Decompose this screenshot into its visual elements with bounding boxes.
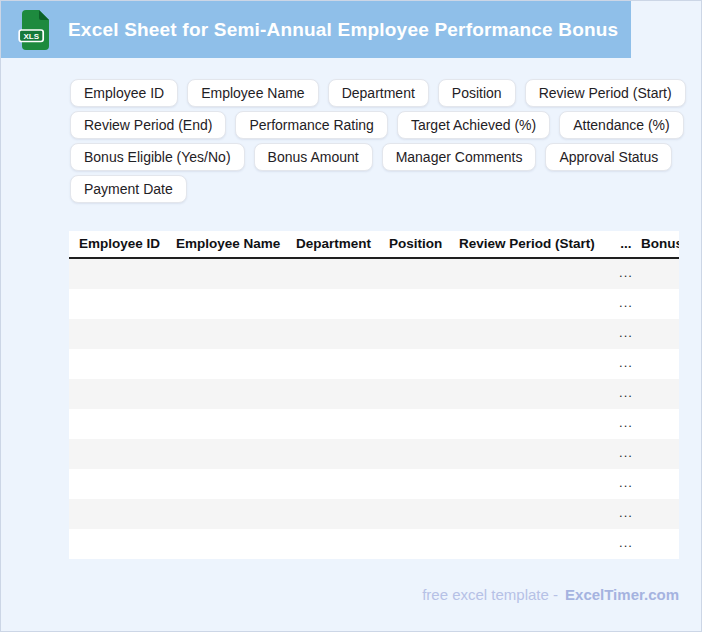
table-row: ... [69, 469, 679, 499]
preview-table: Employee ID Employee Name Department Pos… [69, 231, 679, 559]
hidden-columns-ellipsis: ... [614, 319, 638, 347]
hidden-columns-ellipsis: ... [614, 529, 638, 557]
chip-row: Bonus Eligible (Yes/No) Bonus Amount Man… [70, 143, 685, 171]
chip-manager-comments[interactable]: Manager Comments [382, 143, 537, 171]
chip-bonus-amount[interactable]: Bonus Amount [254, 143, 373, 171]
col-header-bonus-truncated: Bonus [641, 231, 679, 257]
col-header-ellipsis: ... [614, 231, 638, 257]
col-header-position: Position [389, 231, 442, 257]
table-body: .............................. [69, 259, 679, 559]
chip-attendance[interactable]: Attendance (%) [559, 111, 684, 139]
table-row: ... [69, 289, 679, 319]
table-header-row: Employee ID Employee Name Department Pos… [69, 231, 679, 259]
hidden-columns-ellipsis: ... [614, 259, 638, 287]
brand-link[interactable]: ExcelTimer.com [565, 586, 679, 603]
xls-file-icon: XLS [18, 9, 51, 51]
chip-review-period-start[interactable]: Review Period (Start) [525, 79, 686, 107]
hidden-columns-ellipsis: ... [614, 349, 638, 377]
chip-department[interactable]: Department [328, 79, 429, 107]
hidden-columns-ellipsis: ... [614, 289, 638, 317]
chip-row: Employee ID Employee Name Department Pos… [70, 79, 685, 107]
col-header-review-period-start: Review Period (Start) [459, 231, 595, 257]
col-header-department: Department [296, 231, 371, 257]
col-header-employee-name: Employee Name [176, 231, 280, 257]
hidden-columns-ellipsis: ... [614, 499, 638, 527]
table-row: ... [69, 259, 679, 289]
table-row: ... [69, 349, 679, 379]
hidden-columns-ellipsis: ... [614, 409, 638, 437]
table-row: ... [69, 439, 679, 469]
chip-row: Payment Date [70, 175, 685, 203]
chip-position[interactable]: Position [438, 79, 516, 107]
table-row: ... [69, 499, 679, 529]
column-chip-list: Employee ID Employee Name Department Pos… [70, 79, 685, 203]
page-title: Excel Sheet for Semi-Annual Employee Per… [68, 19, 618, 41]
page-header: XLS Excel Sheet for Semi-Annual Employee… [1, 1, 631, 58]
chip-payment-date[interactable]: Payment Date [70, 175, 187, 203]
table-row: ... [69, 319, 679, 349]
chip-employee-id[interactable]: Employee ID [70, 79, 178, 107]
chip-review-period-end[interactable]: Review Period (End) [70, 111, 226, 139]
table-row: ... [69, 379, 679, 409]
hidden-columns-ellipsis: ... [614, 469, 638, 497]
page-footer: free excel template -ExcelTimer.com [69, 586, 679, 603]
svg-text:XLS: XLS [23, 32, 39, 41]
hidden-columns-ellipsis: ... [614, 379, 638, 407]
footer-text: free excel template - [422, 586, 558, 603]
table-row: ... [69, 409, 679, 439]
chip-row: Review Period (End) Performance Rating T… [70, 111, 685, 139]
chip-bonus-eligible[interactable]: Bonus Eligible (Yes/No) [70, 143, 245, 171]
chip-performance-rating[interactable]: Performance Rating [235, 111, 388, 139]
chip-employee-name[interactable]: Employee Name [187, 79, 319, 107]
chip-approval-status[interactable]: Approval Status [545, 143, 672, 171]
hidden-columns-ellipsis: ... [614, 439, 638, 467]
table-row: ... [69, 529, 679, 559]
chip-target-achieved[interactable]: Target Achieved (%) [397, 111, 550, 139]
col-header-employee-id: Employee ID [79, 231, 160, 257]
